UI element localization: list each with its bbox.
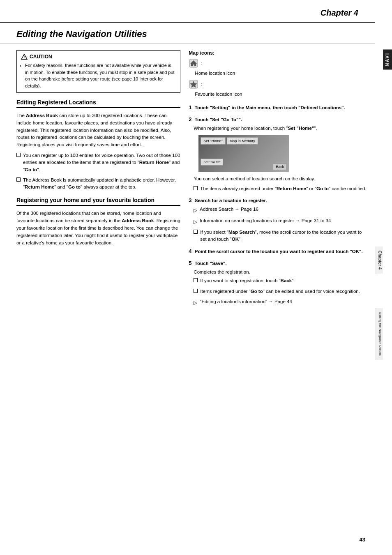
step-4-number: 4 [189,248,191,254]
caution-header: ! CAUTION [21,54,176,60]
step-2-caption: You can select a method of location sear… [194,175,367,182]
step-2-text: Touch "Set "Go To"". [195,117,242,122]
set-home-btn: Set "Home" [201,137,225,145]
step-3-bullet1-text: Address Search → Page 16 [200,206,258,214]
home-icon-colon: : [201,61,202,66]
home-location-icon [189,58,198,68]
step-4: 4 Point the scroll cursor to the locatio… [189,248,367,255]
step-5-bullet2: Items registered under "Go to" can be ed… [194,288,367,295]
step-1: 1 Touch "Setting" in the Main menu, then… [189,104,367,111]
bullet-square-icon5 [194,278,198,282]
bullet-item-voice: You can register up to 100 entries for v… [16,152,180,173]
svg-text:!: ! [24,56,25,59]
step-5-text: Touch "Save". [195,261,227,266]
content-area: ! CAUTION For safety reasons, these func… [0,44,375,318]
bullet-item-addressbook: The Address Book is automatically update… [16,177,180,191]
map-icons-title: Map icons: [189,50,367,56]
step-2-number: 2 [189,116,191,122]
step-3-bullet1: ▷ Address Search → Page 16 [194,206,367,214]
map-icons-section: Map icons: : Home location icon : [189,50,367,98]
editing-registered-para1: The Address Book can store up to 300 reg… [16,112,180,149]
editing-side-label: Editing the Navigation Utilities [375,308,383,360]
favourite-location-icon [189,79,198,89]
caution-box: ! CAUTION For safety reasons, these func… [16,50,180,93]
step-3: 3 Search for a location to register. ▷ A… [189,197,367,243]
right-column: Map icons: : Home location icon : [189,50,367,311]
fav-icon-label: Favourite location icon [195,91,367,98]
registering-header: Registering your home and your favourite… [16,197,180,206]
step-3-bullet2: ▷ Information on searching locations to … [194,217,367,226]
fav-icon-row: : [189,79,367,89]
page-number: 43 [360,537,365,543]
map-memory-btn: Map in Memory [227,137,258,145]
step-1-text: Touch "Setting" in the Main menu, then t… [195,105,345,110]
fav-icon-colon: : [201,82,202,87]
registering-para1: Of the 300 registered locations that can… [16,210,180,246]
step-5-bullet1: If you want to stop registration, touch … [194,277,367,284]
bullet-square-icon [16,153,21,157]
arrow-icon1: ▷ [194,207,197,214]
step-5-sub: Completes the registration. [194,269,367,276]
step-5: 5 Touch "Save". Completes the registrati… [189,260,367,306]
chapter-side-label: Chapter 4 [375,246,383,274]
set-go-to-btn: Set "Go To" [201,159,223,166]
bullet-voice-text: You can register up to 100 entries for v… [23,152,180,173]
home-icon-label: Home location icon [195,70,367,77]
step-3-number: 3 [189,197,191,203]
chapter-heading: Chapter 4 [16,8,358,22]
navi-tab: NAVI [383,49,392,69]
arrow-icon3: ▷ [194,299,197,306]
step-3-bullet2-text: Information on searching locations to re… [200,217,331,226]
nav-screenshot-inner: Set "Home" Map in Memory Back Set "Go To… [198,135,289,172]
page-title: Editing the Navigation Utilities [16,29,147,39]
back-btn: Back [273,164,287,170]
editing-registered-header: Editing Registered Locations [16,99,180,108]
step-3-bullet3: If you select "Map Search", move the scr… [194,229,367,243]
caution-triangle-icon: ! [21,54,28,60]
caution-text-item: For safety reasons, these functions are … [25,62,176,89]
page-title-section: Editing the Navigation Utilities [0,23,375,44]
arrow-icon2: ▷ [194,218,197,226]
left-column: ! CAUTION For safety reasons, these func… [16,50,180,311]
step-2: 2 Touch "Set "Go To"". When registering … [189,116,367,192]
step-1-number: 1 [189,104,191,111]
step-2-sub: When registering your home location, tou… [194,125,367,132]
bullet-square-icon2 [16,177,21,182]
bullet-square-icon3 [194,186,198,190]
step-3-text: Search for a location to register. [195,198,267,203]
step-2-bullet-text: The items already registered under "Retu… [200,185,366,192]
home-icon-row: : [189,58,367,68]
step-5-bullet3: ▷ "Editing a location's information" → P… [194,298,367,306]
step-5-bullet2-text: Items registered under "Go to" can be ed… [200,288,360,295]
caution-label: CAUTION [30,54,52,60]
step-2-bullet: The items already registered under "Retu… [194,185,367,192]
top-section: Chapter 4 [0,0,375,23]
page-container: NAVI Chapter 4 Editing the Navigation Ut… [0,0,392,555]
step-5-bullet3-text: "Editing a location's information" → Pag… [200,298,292,306]
nav-screenshot: Set "Home" Map in Memory Back Set "Go To… [198,135,289,172]
step-5-bullet1-text: If you want to stop registration, touch … [200,277,295,284]
bullet-square-icon6 [194,289,198,293]
step-5-number: 5 [189,260,191,266]
caution-text: For safety reasons, these functions are … [21,62,176,89]
bullet-addressbook-text: The Address Book is automatically update… [23,177,180,191]
step-3-bullet3-text: If you select "Map Search", move the scr… [200,229,367,243]
step-4-text: Point the scroll cursor to the location … [195,249,363,254]
bullet-square-icon4 [194,230,198,234]
